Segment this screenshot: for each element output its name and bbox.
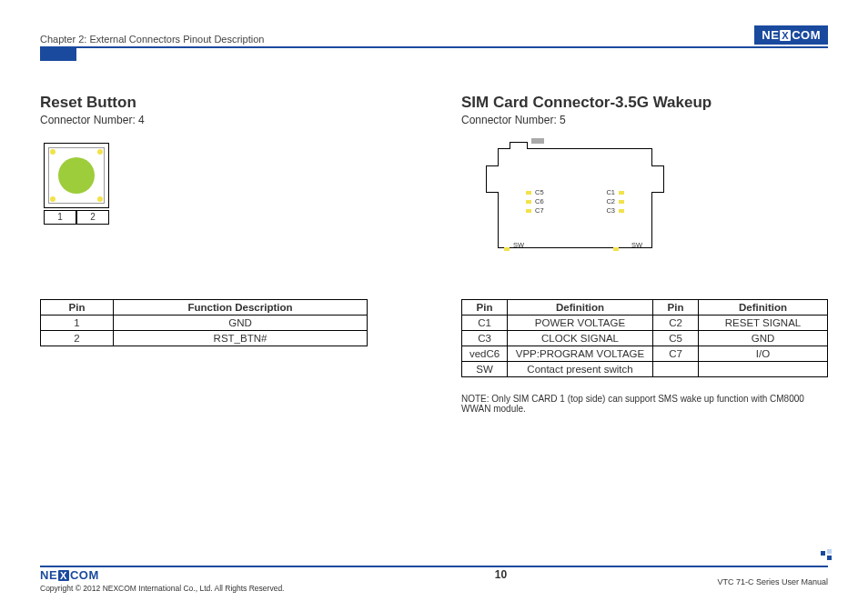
- reset-button-section: Reset Button Connector Number: 4 1 2 Pin…: [40, 94, 407, 414]
- svg-rect-1: [827, 549, 832, 554]
- sim-diagram: C5 C6 C7 C1 C2 C3 SW: [461, 143, 828, 288]
- reset-title: Reset Button: [40, 94, 407, 112]
- sim-title: SIM Card Connector-3.5G Wakeup: [461, 94, 828, 112]
- manual-name: VTC 71-C Series User Manual: [717, 577, 828, 586]
- page-footer: NEXCOM Copyright © 2012 NEXCOM Internati…: [40, 566, 828, 593]
- reset-pin-labels: 1 2: [44, 210, 407, 225]
- svg-rect-0: [821, 551, 825, 556]
- table-row: vedC6 VPP:PROGRAM VOLTAGE C7 I/O: [462, 346, 828, 362]
- sim-subtitle: Connector Number: 5: [461, 114, 828, 126]
- reset-pin-table: Pin Function Description 1 GND 2 RST_BTN…: [40, 299, 368, 346]
- copyright-text: Copyright © 2012 NEXCOM International Co…: [40, 584, 284, 593]
- sim-note: NOTE: Only SIM CARD 1 (top side) can sup…: [461, 394, 828, 414]
- corner-tab: [40, 48, 76, 61]
- footer-pixel-icon: [821, 549, 833, 562]
- reset-button-icon: [58, 157, 95, 194]
- svg-rect-2: [827, 556, 832, 560]
- table-row: C3 CLOCK SIGNAL C5 GND: [462, 331, 828, 346]
- table-row: C1 POWER VOLTAGE C2 RESET SIGNAL: [462, 316, 828, 331]
- reset-diagram: 1 2: [40, 143, 407, 288]
- sim-connector-section: SIM Card Connector-3.5G Wakeup Connector…: [461, 94, 828, 414]
- sim-pin-table: Pin Definition Pin Definition C1 POWER V…: [461, 299, 828, 377]
- chapter-title: Chapter 2: External Connectors Pinout De…: [40, 34, 264, 45]
- table-row: SW Contact present switch: [462, 362, 828, 377]
- page-number: 10: [495, 568, 507, 581]
- table-row: 1 GND: [41, 316, 368, 331]
- reset-subtitle: Connector Number: 4: [40, 114, 407, 126]
- table-row: 2 RST_BTN#: [41, 331, 368, 346]
- header-bar: Chapter 2: External Connectors Pinout De…: [40, 25, 828, 48]
- footer-brand-logo: NEXCOM: [40, 568, 284, 582]
- brand-logo: NEXCOM: [754, 25, 828, 45]
